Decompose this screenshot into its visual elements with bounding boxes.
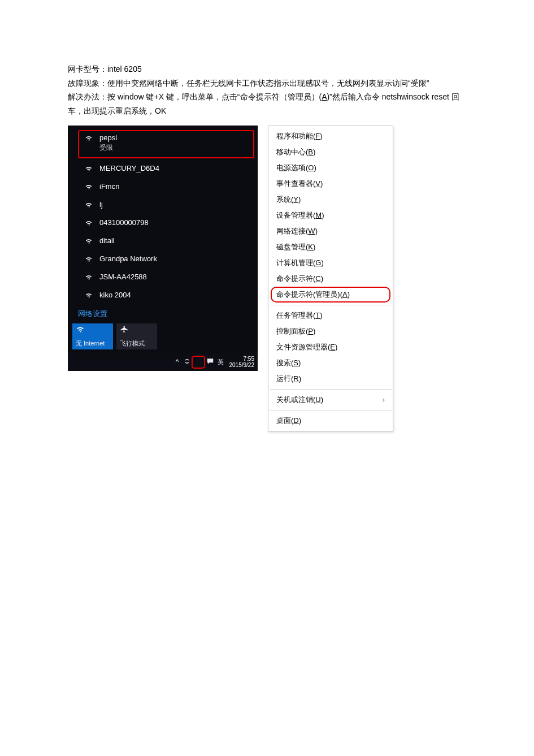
winx-menu-item[interactable]: 移动中心(B) <box>268 144 393 160</box>
winx-menu-item[interactable]: 任务管理器(T) <box>268 308 393 323</box>
winx-menu-item[interactable]: 关机或注销(U)› <box>268 392 393 408</box>
winx-menu-item-label: 电源选项(O) <box>276 163 316 173</box>
wifi-signal-icon <box>84 183 94 191</box>
doc-line-model: 网卡型号：intel 6205 <box>68 62 466 76</box>
winx-menu-item[interactable]: 系统(Y) <box>268 192 393 208</box>
winx-menu-item-label: 移动中心(B) <box>276 147 315 157</box>
wifi-network-item[interactable]: pepsi受限 <box>78 130 254 158</box>
winx-menu-item[interactable]: 电源选项(O) <box>268 160 393 176</box>
ime-indicator[interactable]: 英 <box>218 358 224 366</box>
network-settings-link[interactable]: 网络设置 <box>68 305 258 323</box>
winx-menu-item-label: 控制面板(P) <box>276 326 315 336</box>
airplane-icon <box>120 325 154 335</box>
winx-menu-item-label: 运行(R) <box>276 374 301 384</box>
winx-menu-item-label: 关机或注销(U) <box>276 395 323 405</box>
winx-menu-item-label: 磁盘管理(K) <box>276 242 315 252</box>
winx-menu-item[interactable]: 设备管理器(M) <box>268 208 393 223</box>
wifi-signal-icon <box>84 201 94 209</box>
taskbar-date: 2015/9/22 <box>229 362 255 369</box>
tray-overflow-chevron-icon[interactable]: ^ <box>176 358 179 366</box>
wifi-signal-icon <box>84 274 94 282</box>
chevron-right-icon: › <box>383 396 385 404</box>
quick-tile-airplane[interactable]: 飞行模式 <box>116 323 157 349</box>
wifi-network-name: pepsi <box>99 133 117 142</box>
action-center-icon[interactable] <box>206 357 214 367</box>
winx-menu-item-label: 设备管理器(M) <box>276 210 324 221</box>
winx-menu-separator <box>270 305 392 305</box>
wifi-signal-icon <box>84 219 94 227</box>
wifi-signal-icon <box>84 237 94 245</box>
tray-highlighted-group <box>193 357 204 368</box>
winx-menu-item-label: 命令提示符(C) <box>276 274 323 284</box>
winx-menu-item-label: 文件资源管理器(E) <box>276 342 337 352</box>
wifi-signal-icon <box>84 256 94 263</box>
onedrive-icon[interactable] <box>184 358 190 366</box>
wifi-network-name: kiko 2004 <box>99 291 131 299</box>
winx-menu-item[interactable]: 桌面(D) <box>268 413 393 429</box>
winx-menu-item[interactable]: 命令提示符(管理员)(A) <box>271 287 390 303</box>
doc-line-solution: 解决办法：按 window 键+X 键，呼出菜单，点击“命令提示符（管理员）(A… <box>68 90 466 118</box>
winx-menu-item[interactable]: 事件查看器(V) <box>268 176 393 192</box>
wifi-network-name: MERCURY_D6D4 <box>99 164 159 172</box>
winx-menu-item[interactable]: 网络连接(W) <box>268 223 393 239</box>
quick-tile-wifi-label: 无 Internet <box>76 339 110 349</box>
winx-menu-item-label: 事件查看器(V) <box>276 179 323 189</box>
winx-menu-item[interactable]: 计算机管理(G) <box>268 255 393 271</box>
taskbar-clock[interactable]: 7:55 2015/9/22 <box>229 356 255 369</box>
wifi-network-item[interactable]: JSM-AA42588 <box>68 269 258 287</box>
winx-menu-item-label: 系统(Y) <box>276 195 301 205</box>
winx-menu-item-label: 桌面(D) <box>276 416 301 426</box>
wifi-network-item[interactable]: 043100000798 <box>68 215 258 233</box>
quick-tile-wifi[interactable]: 无 Internet <box>72 323 113 349</box>
quick-actions-row: 无 Internet 飞行模式 <box>68 323 258 353</box>
wifi-network-item[interactable]: ditail <box>68 233 258 251</box>
winx-menu-item[interactable]: 命令提示符(C) <box>268 271 393 287</box>
wifi-network-name: JSM-AA42588 <box>99 273 147 281</box>
wifi-network-name: lj <box>99 200 103 209</box>
wifi-network-name: Grandpa Network <box>99 254 157 263</box>
winx-menu-separator <box>270 410 392 411</box>
doc-model-label: 网卡型号： <box>68 64 107 74</box>
winx-menu-separator <box>270 389 392 390</box>
wifi-signal-icon <box>84 292 94 300</box>
wifi-icon <box>76 325 110 335</box>
taskbar-time: 7:55 <box>229 356 255 362</box>
winx-menu-item-label: 网络连接(W) <box>276 226 318 236</box>
winx-menu: 程序和功能(F)移动中心(B)电源选项(O)事件查看器(V)系统(Y)设备管理器… <box>268 126 393 431</box>
winx-menu-item-label: 任务管理器(T) <box>276 310 323 321</box>
quick-tile-airplane-label: 飞行模式 <box>120 339 154 349</box>
winx-menu-item[interactable]: 控制面板(P) <box>268 323 393 339</box>
winx-menu-item[interactable]: 运行(R) <box>268 371 393 387</box>
wifi-network-item[interactable]: MERCURY_D6D4 <box>68 161 258 179</box>
winx-menu-item[interactable]: 搜索(S) <box>268 355 393 371</box>
wifi-network-item[interactable]: Grandpa Network <box>68 251 258 269</box>
winx-menu-item-label: 搜索(S) <box>276 358 301 368</box>
wifi-network-name: ditail <box>99 236 115 245</box>
wifi-network-item[interactable]: kiko 2004 <box>68 287 258 305</box>
wifi-list: pepsi受限MERCURY_D6D4iFmcnlj043100000798di… <box>68 126 258 305</box>
wifi-network-name: iFmcn <box>99 182 119 191</box>
winx-menu-item-label: 程序和功能(F) <box>276 131 323 141</box>
taskbar: ^ 英 <box>68 353 258 371</box>
winx-menu-item-label: 命令提示符(管理员)(A) <box>276 290 350 300</box>
winx-menu-item[interactable]: 磁盘管理(K) <box>268 239 393 255</box>
doc-text: 网卡型号：intel 6205 故障现象：使用中突然网络中断，任务栏无线网卡工作… <box>68 62 466 118</box>
wifi-network-name: 043100000798 <box>99 218 149 227</box>
wifi-flyout: pepsi受限MERCURY_D6D4iFmcnlj043100000798di… <box>68 126 258 371</box>
winx-menu-item[interactable]: 文件资源管理器(E) <box>268 339 393 355</box>
wifi-network-item[interactable]: iFmcn <box>68 179 258 197</box>
wifi-signal-icon <box>84 135 94 142</box>
doc-line-symptom: 故障现象：使用中突然网络中断，任务栏无线网卡工作状态指示出现感叹号，无线网列表显… <box>68 76 466 90</box>
winx-menu-item-label: 计算机管理(G) <box>276 258 324 268</box>
winx-menu-item[interactable]: 程序和功能(F) <box>268 128 393 144</box>
wifi-network-status: 受限 <box>99 143 117 153</box>
wifi-signal-icon <box>84 165 94 173</box>
doc-model-value: intel 6205 <box>107 64 142 74</box>
wifi-network-item[interactable]: lj <box>68 197 258 215</box>
